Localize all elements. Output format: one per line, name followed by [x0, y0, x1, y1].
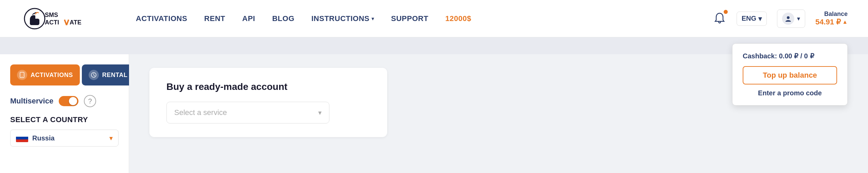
card-title: Buy a ready-made account: [166, 81, 370, 92]
header-right: ENG ▾ ▾ Balance 54.91 ₽ ▲ Cashback:: [713, 9, 848, 28]
service-placeholder-text: Select a service: [174, 108, 227, 117]
nav-promo[interactable]: 12000$: [445, 14, 471, 23]
rental-tab-button[interactable]: RENTAL: [82, 64, 134, 85]
multiservice-label: Multiservice: [10, 97, 53, 105]
logo-area: SMS ACTI ATE: [20, 7, 109, 31]
service-dropdown-chevron-icon: ▾: [318, 109, 322, 117]
multiservice-help-button[interactable]: ?: [84, 95, 96, 107]
activations-tab-button[interactable]: ACTIVATIONS: [10, 64, 80, 85]
user-chevron-icon: ▾: [797, 15, 800, 22]
person-icon: [784, 15, 792, 22]
nav-api[interactable]: API: [242, 14, 255, 23]
svg-text:ATE: ATE: [70, 19, 82, 26]
language-selector[interactable]: ENG ▾: [737, 12, 767, 26]
svg-text:SMS: SMS: [45, 12, 58, 18]
ready-made-account-card: Buy a ready-made account Select a servic…: [149, 68, 387, 137]
enter-promo-code-link[interactable]: Enter a promo code: [743, 89, 837, 97]
balance-amount: 54.91 ₽ ▲: [815, 18, 848, 26]
balance-display[interactable]: Balance 54.91 ₽ ▲: [815, 11, 848, 26]
multiservice-row: Multiservice ?: [10, 95, 119, 107]
header: SMS ACTI ATE ACTIVATIONS RENT API BLOG I…: [0, 0, 868, 37]
instructions-chevron-icon: ▾: [372, 16, 374, 21]
language-label: ENG: [742, 15, 756, 22]
country-dropdown[interactable]: Russia ▾: [10, 130, 119, 147]
nav-blog[interactable]: BLOG: [272, 14, 294, 23]
lang-chevron-icon: ▾: [758, 15, 762, 23]
rental-tab-icon: [89, 70, 99, 80]
nav-activations[interactable]: ACTIVATIONS: [136, 14, 187, 23]
country-dropdown-chevron-icon: ▾: [109, 134, 113, 142]
svg-point-6: [787, 16, 790, 19]
balance-chevron-icon: ▲: [842, 19, 848, 25]
country-name: Russia: [32, 134, 55, 142]
nav-instructions[interactable]: INSTRUCTIONS ▾: [311, 14, 374, 23]
russia-flag-icon: [16, 134, 28, 142]
service-select-dropdown[interactable]: Select a service ▾: [166, 102, 329, 123]
user-menu-button[interactable]: ▾: [777, 9, 805, 28]
sidebar: ACTIVATIONS RENTAL Multiservice ?: [0, 54, 129, 173]
svg-text:ACTI: ACTI: [45, 19, 59, 26]
svg-line-4: [67, 20, 69, 25]
nav-rent[interactable]: RENT: [204, 14, 225, 23]
activations-tab-icon: [17, 70, 27, 80]
user-avatar-icon: [782, 13, 794, 25]
activations-tab-label: ACTIVATIONS: [31, 72, 73, 79]
rental-tab-label: RENTAL: [102, 72, 128, 79]
notification-bell-button[interactable]: [713, 11, 726, 26]
multiservice-toggle[interactable]: [59, 96, 78, 106]
svg-point-8: [22, 76, 22, 77]
main-nav: ACTIVATIONS RENT API BLOG INSTRUCTIONS ▾…: [136, 14, 713, 23]
select-country-label: SELECT A COUNTRY: [10, 115, 119, 124]
balance-label: Balance: [815, 11, 848, 18]
cashback-info: Cashback: 0.00 ₽ / 0 ₽: [743, 52, 837, 60]
clock-icon: [91, 72, 97, 78]
toggle-knob: [69, 97, 77, 105]
nav-support[interactable]: SUPPORT: [391, 14, 429, 23]
sms-activate-logo: SMS ACTI ATE: [20, 7, 88, 31]
notification-badge: [724, 10, 728, 14]
top-up-balance-button[interactable]: Top up balance: [743, 66, 837, 84]
sidebar-tabs: ACTIVATIONS RENTAL: [10, 64, 119, 85]
balance-dropdown-panel: Cashback: 0.00 ₽ / 0 ₽ Top up balance En…: [732, 43, 848, 105]
phone-icon: [19, 72, 25, 78]
